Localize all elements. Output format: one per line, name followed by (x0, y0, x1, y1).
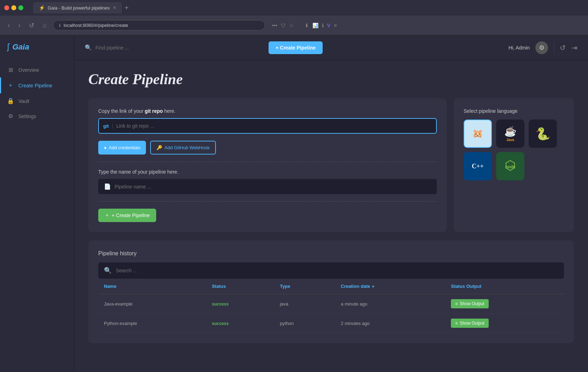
avatar: ⚙ (535, 41, 548, 54)
svg-text:🐹: 🐹 (472, 128, 483, 139)
active-tab[interactable]: ⚡ Gaia - Build powerful pipelines ✕ (33, 2, 122, 13)
create-pipeline-submit-button[interactable]: ＋ + Create Pipeline (98, 209, 156, 222)
main-content: 🔍 + Create Pipeline Hi, Admin ⚙ ↺ ⇥ Crea… (74, 35, 588, 372)
search-input[interactable] (95, 45, 261, 51)
show-output-icon-1: ≡ (455, 321, 458, 326)
lang-item-nodejs[interactable]: node (496, 152, 524, 180)
sidebar-item-vault[interactable]: 🔒 Vault (0, 93, 74, 109)
divider-1 (98, 162, 437, 162)
table-row: Python-example success python 2 minutes … (98, 314, 564, 333)
row-type: java (274, 294, 335, 314)
nav-icons-right: ••• 🛡 ☆ ⬇ 📊 ℹ V ≡ (272, 23, 337, 28)
history-table-header: Name Status Type Creation date ▼ Status … (98, 279, 564, 294)
sidebar-label-settings: Settings (18, 114, 36, 119)
show-output-label-1: Show Output (460, 321, 484, 326)
divider-2 (98, 201, 437, 202)
webhook-icon: 🔑 (157, 145, 162, 150)
tab-close-btn[interactable]: ✕ (113, 5, 116, 10)
sidebar-item-settings[interactable]: ⚙ Settings (0, 109, 74, 124)
gear-icon: ⚙ (7, 113, 14, 120)
lang-item-go[interactable]: 🐹 (464, 120, 492, 148)
col-name[interactable]: Name (98, 279, 206, 294)
search-container: 🔍 (85, 44, 261, 51)
git-input-container: git (98, 118, 437, 134)
nav-star-icon[interactable]: ☆ (289, 23, 294, 28)
nav-download-icon[interactable]: ⬇ (305, 23, 309, 28)
col-status-output[interactable]: Status Output (445, 279, 564, 294)
pipeline-name-input[interactable] (114, 184, 431, 190)
col-type[interactable]: Type (274, 279, 335, 294)
sidebar-label-create-pipeline: Create Pipeline (18, 83, 52, 88)
plus-icon: ＋ (7, 82, 14, 89)
logout-icon[interactable]: ⇥ (571, 43, 577, 52)
nav-info-icon[interactable]: ℹ (322, 23, 324, 28)
lang-item-java[interactable]: ☕ Java (496, 120, 524, 148)
lang-item-python[interactable]: 🐍 (529, 120, 557, 148)
new-tab-button[interactable]: + (122, 2, 132, 13)
col-status[interactable]: Status (206, 279, 275, 294)
pipeline-name-icon: 📄 (104, 183, 111, 190)
row-created: 2 minutes ago (335, 314, 445, 333)
lang-card: Select pipeline language 🐹 ☕ Java (454, 98, 574, 232)
row-name: Java-example (98, 294, 206, 314)
pipeline-name-label: Type the name of your pipeline here. (98, 169, 437, 175)
page-content: Create Pipeline Copy the link of your gi… (74, 60, 588, 354)
sidebar-logo: ʃ Gaia (0, 42, 74, 62)
nav-shield-icon[interactable]: 🛡 (281, 23, 286, 28)
forward-button[interactable]: › (16, 20, 23, 30)
page-title: Create Pipeline (88, 71, 574, 88)
status-badge: success (212, 302, 229, 307)
sidebar-label-vault: Vault (18, 98, 29, 104)
home-button[interactable]: ⌂ (41, 20, 49, 30)
add-credentials-button[interactable]: ● Add credentials (98, 141, 146, 155)
git-repo-input[interactable] (116, 119, 432, 133)
browser-nav: ‹ › ↺ ⌂ ℹ localhost:8080/#/pipeline/crea… (0, 16, 588, 35)
nav-menu-icon[interactable]: ≡ (334, 23, 337, 28)
history-table: Name Status Type Creation date ▼ Status … (98, 279, 564, 333)
row-type: python (274, 314, 335, 333)
address-bar[interactable]: ℹ localhost:8080/#/pipeline/create (53, 20, 265, 30)
minimize-traffic-light[interactable] (11, 5, 16, 10)
row-output: ≡ Show Output (445, 294, 564, 314)
create-submit-icon: ＋ (105, 212, 110, 219)
show-output-icon-0: ≡ (455, 301, 458, 306)
col-creation-date[interactable]: Creation date ▼ (335, 279, 445, 294)
nav-more-icon[interactable]: ••• (272, 23, 277, 28)
sidebar-item-create-pipeline[interactable]: ＋ Create Pipeline (0, 77, 74, 93)
show-output-button-1[interactable]: ≡ Show Output (451, 319, 488, 328)
grid-icon: ⊞ (7, 66, 14, 73)
back-button[interactable]: ‹ (6, 20, 12, 30)
go-icon: 🐹 (469, 125, 487, 143)
close-traffic-light[interactable] (4, 5, 9, 10)
refresh-icon[interactable]: ↺ (560, 43, 566, 52)
status-badge: success (212, 321, 229, 326)
lang-item-cpp[interactable]: C++ (464, 152, 492, 180)
lang-title: Select pipeline language (464, 108, 564, 114)
tab-icon: ⚡ (39, 5, 45, 11)
row-status: success (206, 314, 275, 333)
two-col-section: Copy the link of your git repo here. git… (88, 98, 574, 232)
address-secure-icon: ℹ (59, 23, 61, 28)
show-output-button-0[interactable]: ≡ Show Output (451, 299, 488, 308)
create-pipeline-top-button[interactable]: + Create Pipeline (269, 41, 323, 54)
add-webhook-button[interactable]: 🔑 Add GitHub WebHook (150, 141, 216, 155)
history-table-body: Java-example success java a minute ago ≡… (98, 294, 564, 333)
table-row: Java-example success java a minute ago ≡… (98, 294, 564, 314)
sort-icon: ▼ (371, 285, 375, 289)
git-prefix: git (103, 123, 113, 129)
nav-viber-icon[interactable]: V (327, 23, 330, 28)
show-output-label-0: Show Output (460, 301, 484, 306)
form-card: Copy the link of your git repo here. git… (88, 98, 447, 232)
maximize-traffic-light[interactable] (18, 5, 23, 10)
row-status: success (206, 294, 275, 314)
row-output: ≡ Show Output (445, 314, 564, 333)
nodejs-icon: node (502, 158, 519, 175)
reload-button[interactable]: ↺ (27, 20, 36, 31)
search-icon: 🔍 (85, 44, 92, 51)
sidebar-label-overview: Overview (18, 67, 39, 73)
top-bar-right: Hi, Admin ⚙ ↺ ⇥ (508, 41, 577, 54)
sidebar-item-overview[interactable]: ⊞ Overview (0, 62, 74, 77)
pipeline-name-container: 📄 (98, 179, 437, 194)
history-search-input[interactable] (116, 268, 558, 273)
nav-extensions-icon[interactable]: 📊 (312, 23, 318, 28)
